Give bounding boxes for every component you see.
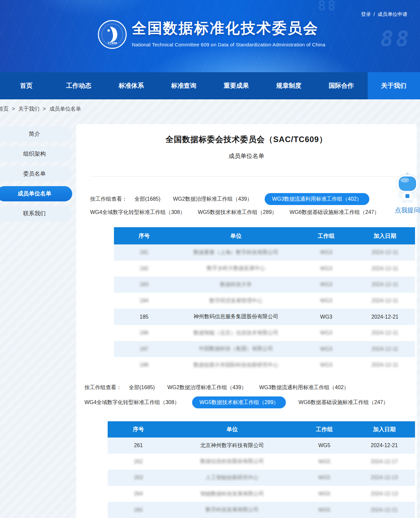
row-number-cell: 186 [114,325,174,341]
header-join-date: 加入日期 [355,227,415,244]
divider [90,176,414,177]
join-date-cell: 2024-12-17 [353,454,415,470]
filter-wg2[interactable]: WG2数据治理标准工作组（439） [173,196,252,203]
table-row: 264 智能数据科技发展有限公司 WG5 2024-12-13 [108,486,415,502]
filter-wg6[interactable]: WG6数据基础设施标准工作组（247） [298,399,388,406]
row-number-cell: 185 [114,309,174,325]
filter-wg3-active[interactable]: WG3数据流通利用标准工作组（402） [265,193,369,205]
row-number-cell: 183 [114,277,174,293]
nav-item-achievements[interactable]: 重要成果 [210,72,263,99]
assistant-widget: 点我提问 [391,172,420,215]
nav-item-news[interactable]: 工作动态 [53,72,105,99]
member-apply-link[interactable]: 成员单位申请 [378,11,407,18]
table-row: 187 中国数据科技（集团）有限公司 WG3 2024-12-11 [114,341,415,357]
filter-wg5[interactable]: WG5数据技术标准工作组（289） [198,209,277,216]
workgroup-cell: WG3 [297,293,355,309]
nav-item-about-us[interactable]: 关于我们 [368,72,420,99]
nav-item-international[interactable]: 国际合作 [315,72,368,99]
unit-cell: 人工智能创新研究中心 [169,470,295,486]
table-row: 184 数字经济发展管理中心 WG3 2024-12-11 [114,293,415,309]
member-table-wg5: 序号 单位 工作组 加入日期 261 北京神州数字科技有限公司 WG5 2024… [108,421,415,518]
committee-logo-icon: TC609 [98,20,127,49]
unit-cell: 数字科技发展有限公司 [169,502,295,518]
main-content-card: 全国数据标委会技术委员会（SAC/TC609） 成员单位名单 点我提问 [76,124,417,518]
join-date-cell: 2024-12-11 [355,277,415,293]
assistant-robot-icon[interactable] [394,172,420,203]
join-date-cell: 2024-12-13 [353,486,415,502]
workgroup-cell: WG5 [295,454,353,470]
workgroup-cell: WG3 [297,357,355,373]
join-date-cell: 2024-12-11 [355,357,415,373]
unit-cell: 数字乡村大数据发展中心 [174,261,298,277]
nav-item-regulations[interactable]: 规章制度 [263,72,315,99]
login-separator: / [374,11,375,18]
breadcrumb: 首页 > 关于我们 > 成员单位名单 [0,99,81,119]
breadcrumb-separator: > [12,106,15,112]
row-number-cell: 263 [108,470,169,486]
table-row: 182 数字乡村大数据发展中心 WG3 2024-12-11 [114,261,415,277]
table-row: 265 数字科技发展有限公司 WG5 2024-12-21 [108,502,415,518]
sidebar: 简介 组织架构 委员名单 成员单位名单 联系我们 [0,127,72,226]
sidebar-item-intro[interactable]: 简介 [0,127,72,142]
header-decor-digits: 88 [381,26,411,51]
row-number-cell: 184 [114,293,174,309]
join-date-cell: 2024-12-21 [355,309,415,325]
breadcrumb-home[interactable]: 首页 [0,106,9,113]
header-decor-digits-2: 88 [318,0,337,13]
workgroup-cell: WG3 [297,261,355,277]
unit-cell: 数字经济发展管理中心 [174,293,298,309]
sidebar-item-contact[interactable]: 联系我们 [0,206,72,221]
join-date-cell: 2024-12-21 [353,438,415,454]
filter-group-label: 按工作组查看： [84,384,122,391]
join-date-cell: 2024-12-11 [355,293,415,309]
site-title-block: 全国数据标准化技术委员会 National Technical Committe… [132,19,325,47]
table-header-row: 序号 单位 工作组 加入日期 [108,421,415,438]
member-table-wg3: 序号 单位 工作组 加入日期 181 数据要素（上海）数字科技有限公司 WG3 … [114,227,415,373]
main-nav: 首页 工作动态 标准体系 标准查询 重要成果 规章制度 国际合作 关于我们 [0,72,420,99]
header-unit: 单位 [169,421,295,438]
table-row: 185 神州数码信息服务集团股份有限公司 WG3 2024-12-21 [114,309,415,325]
row-number-cell: 181 [114,244,174,261]
unit-cell: 神州数码信息服务集团股份有限公司 [174,309,298,325]
filter-wg4[interactable]: WG4全域数字化转型标准工作组（308） [84,399,180,406]
filter-wg2[interactable]: WG2数据治理标准工作组（439） [167,384,246,391]
workgroup-cell: WG3 [297,341,355,357]
filter-wg6[interactable]: WG6数据基础设施标准工作组（247） [289,209,379,216]
sidebar-item-committee-list[interactable]: 委员名单 [0,166,72,181]
sidebar-item-structure[interactable]: 组织架构 [0,146,72,162]
nav-item-standard-search[interactable]: 标准查询 [158,72,210,99]
filter-wg4[interactable]: WG4全域数字化转型标准工作组（308） [90,209,185,216]
row-number-cell: 261 [108,438,169,454]
unit-cell: 北京神州数字科技有限公司 [169,438,295,454]
table-header-row: 序号 单位 工作组 加入日期 [114,227,415,244]
sidebar-item-member-units[interactable]: 成员单位名单 [0,186,72,201]
table-row: 181 数据要素（上海）数字科技有限公司 WG3 2024-12-11 [114,244,415,261]
filter-all[interactable]: 全部(1685) [129,384,155,391]
workgroup-cell: WG3 [297,325,355,341]
site-subtitle-en: National Technical Committee 609 on Data… [132,42,325,47]
breadcrumb-current: 成员单位名单 [49,106,81,113]
header-no: 序号 [108,421,169,438]
nav-item-standard-system[interactable]: 标准体系 [105,72,158,99]
filter-wg5-active[interactable]: WG5数据技术标准工作组（289） [192,396,286,408]
join-date-cell: 2024-12-21 [353,502,415,518]
unit-cell: 数据创新大学国际科技创新研究中心 [174,357,298,373]
table-row: 261 北京神州数字科技有限公司 WG5 2024-12-21 [108,438,415,454]
site-title: 全国数据标准化技术委员会 [132,19,325,38]
svg-text:TC609: TC609 [108,41,117,45]
workgroup-cell: WG3 [297,309,355,325]
header-unit: 单位 [174,227,298,244]
ask-me-button[interactable]: 点我提问 [391,206,420,215]
filter-all[interactable]: 全部(1685) [134,196,160,203]
page: 88 88 登录 / 成员单位申请 TC609 全国数据标准化技术委员会 Nat… [0,0,420,518]
row-number-cell: 265 [108,502,169,518]
nav-item-home[interactable]: 首页 [0,72,53,99]
breadcrumb-about[interactable]: 关于我们 [18,106,39,113]
login-link[interactable]: 登录 [361,11,371,18]
table-row: 183 数据科技大学 WG3 2024-12-11 [114,277,415,293]
header-workgroup: 工作组 [295,421,353,438]
workgroup-cell: WG5 [295,470,353,486]
row-number-cell: 188 [114,357,174,373]
unit-cell: 中国数据科技（集团）有限公司 [174,341,298,357]
filter-wg3[interactable]: WG3数据流通利用标准工作组（402） [259,384,349,391]
